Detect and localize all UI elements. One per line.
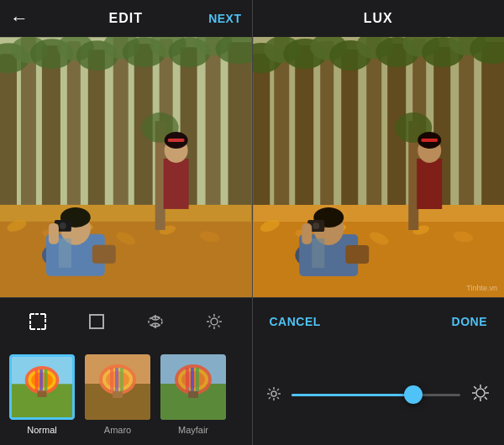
filter-normal[interactable]: Normal xyxy=(8,354,76,435)
watermark: Tinhte.vn xyxy=(466,284,497,292)
right-panel: LUX xyxy=(253,0,505,445)
filter-mayfair[interactable]: Mayfair xyxy=(160,354,227,435)
svg-rect-36 xyxy=(92,245,116,264)
svg-rect-35 xyxy=(59,238,71,268)
filter-amaro-thumb xyxy=(85,354,150,420)
svg-line-162 xyxy=(474,386,476,389)
filter-normal-thumb xyxy=(9,354,75,420)
svg-rect-5 xyxy=(88,50,105,222)
svg-line-62 xyxy=(208,316,210,317)
back-button[interactable]: ← xyxy=(10,8,29,29)
svg-line-63 xyxy=(218,325,219,327)
svg-line-164 xyxy=(485,386,487,389)
edit-title: EDIT xyxy=(109,11,143,26)
svg-line-155 xyxy=(277,389,279,390)
svg-rect-147 xyxy=(253,37,504,297)
svg-point-57 xyxy=(211,318,218,325)
slider-fill xyxy=(291,394,413,396)
svg-rect-6 xyxy=(113,37,129,226)
svg-rect-88 xyxy=(85,354,150,420)
left-photo-area xyxy=(0,37,252,297)
svg-rect-4 xyxy=(67,41,81,222)
svg-point-157 xyxy=(476,389,485,397)
svg-line-153 xyxy=(269,389,270,390)
svg-point-148 xyxy=(271,391,276,396)
lux-slider[interactable] xyxy=(291,394,461,396)
selection-tool[interactable] xyxy=(19,303,56,340)
right-photo-area: Tinhte.vn xyxy=(253,37,505,297)
filter-mayfair-thumb xyxy=(160,354,226,420)
crop-tool[interactable] xyxy=(78,303,115,340)
slider-area xyxy=(253,344,505,445)
controls-area: CANCEL DONE xyxy=(253,297,505,445)
cancel-button[interactable]: CANCEL xyxy=(270,315,321,328)
svg-line-64 xyxy=(218,316,219,317)
left-panel: ← EDIT NEXT xyxy=(0,0,252,445)
right-photo xyxy=(253,37,505,297)
svg-rect-39 xyxy=(49,223,59,244)
done-button[interactable]: DONE xyxy=(452,315,487,328)
svg-point-38 xyxy=(60,222,66,229)
lux-title: LUX xyxy=(364,11,393,26)
left-photo xyxy=(0,37,252,297)
svg-rect-3 xyxy=(42,45,60,222)
filter-amaro-label: Amaro xyxy=(104,425,131,435)
brightness-high-icon xyxy=(470,383,491,407)
filter-normal-label: Normal xyxy=(27,425,56,435)
svg-line-156 xyxy=(269,397,270,399)
filter-mayfair-label: Mayfair xyxy=(178,425,208,435)
svg-rect-100 xyxy=(160,354,226,420)
svg-rect-74 xyxy=(37,391,46,397)
svg-rect-55 xyxy=(90,315,103,328)
svg-rect-45 xyxy=(168,139,185,142)
svg-line-163 xyxy=(485,396,487,399)
svg-rect-1 xyxy=(0,54,17,222)
next-button[interactable]: NEXT xyxy=(208,12,241,25)
svg-rect-46 xyxy=(30,314,45,329)
svg-line-65 xyxy=(208,325,210,327)
right-header: LUX xyxy=(253,0,505,37)
tools-bar xyxy=(0,297,252,344)
brightness-tool[interactable] xyxy=(196,303,233,340)
cancel-done-bar: CANCEL DONE xyxy=(253,297,505,344)
svg-rect-72 xyxy=(39,369,43,391)
svg-line-165 xyxy=(474,396,476,399)
filters-bar: Normal Amaro xyxy=(0,344,252,445)
brightness-low-icon xyxy=(266,386,281,404)
svg-line-154 xyxy=(277,397,279,399)
left-header: ← EDIT NEXT xyxy=(0,0,252,37)
filter-amaro[interactable]: Amaro xyxy=(84,354,151,435)
svg-rect-73 xyxy=(45,369,48,391)
svg-rect-10 xyxy=(206,37,221,220)
svg-rect-42 xyxy=(164,159,189,209)
slider-thumb[interactable] xyxy=(404,385,423,404)
svg-rect-11 xyxy=(228,42,252,222)
adjust-tool[interactable] xyxy=(137,303,174,340)
